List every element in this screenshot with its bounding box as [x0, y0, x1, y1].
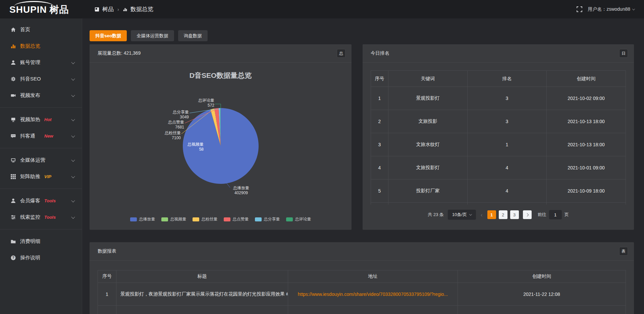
legend-label: 总播放量: [139, 216, 155, 222]
ranking-table: 序号关键词排名创建时间 1景观投影灯32021-10-02 09:002文旅投影…: [371, 70, 626, 205]
bar-chart-icon: [10, 43, 16, 49]
sidebar-item-4[interactable]: 视频发布: [0, 87, 82, 104]
tab-2[interactable]: 询盘数据: [178, 30, 208, 41]
legend-item-4[interactable]: 总分享量: [255, 216, 280, 222]
sidebar-item-6[interactable]: 抖客通New: [0, 128, 82, 144]
chevron-down-icon: [71, 215, 75, 218]
sidebar-item-label: 线索监控: [20, 214, 40, 220]
legend-item-0[interactable]: 总播放量: [130, 216, 155, 222]
chevron-down-icon: [71, 198, 75, 202]
legend-item-5[interactable]: 总评论量: [286, 216, 311, 222]
legend-swatch: [161, 217, 168, 221]
report-link[interactable]: https://www.iesdouyin.com/share/video/70…: [298, 292, 448, 297]
report-table-body: 1景观投影灯，夜游景观投影灯厂家展示展示落花灯在花园里的灯光投影应用效果 #ht…: [98, 283, 626, 314]
ranking-col-header: 序号: [371, 71, 388, 87]
ranking-cell: 4: [371, 156, 388, 179]
ranking-cell: 文旅水纹灯: [388, 133, 468, 156]
ranking-cell: 3: [468, 110, 547, 133]
sidebar-item-10[interactable]: 线索监控Tools: [0, 209, 82, 225]
grid-icon: [10, 174, 16, 180]
report-col-header: 标题: [116, 270, 288, 283]
legend-swatch: [286, 217, 293, 221]
pie-label-video: 总视频量58: [185, 142, 204, 152]
report-header-row: 序号标题地址创建时间: [98, 270, 626, 283]
sidebar-menu: 首页数据总览账号管理抖音SEO视频发布视频加热Hot抖客通New全媒体运营矩阵助…: [0, 21, 82, 266]
breadcrumb: 树品 › 数据总览: [95, 0, 153, 18]
page-buttons: 123: [487, 210, 519, 219]
report-corner-badge[interactable]: 表: [619, 247, 628, 256]
sidebar-item-label: 抖音SEO: [20, 76, 41, 82]
impressions-corner-badge[interactable]: 总: [337, 49, 345, 58]
sidebar-divider: [0, 107, 82, 108]
sidebar-item-label: 抖客通: [20, 133, 35, 139]
fullscreen-icon[interactable]: [577, 6, 582, 12]
sidebar-item-badge: VIP: [44, 174, 51, 179]
sidebar-item-11[interactable]: 消费明细: [0, 233, 82, 250]
tab-1[interactable]: 全媒体运营数据: [131, 30, 174, 41]
sidebar-item-2[interactable]: 账号管理: [0, 54, 82, 71]
sidebar-item-8[interactable]: 矩阵助推VIP: [0, 168, 82, 185]
impressions-title: 展现量总数: 421,369: [98, 50, 141, 56]
sidebar-item-9[interactable]: 会员爆客Tools: [0, 193, 82, 209]
page-size-select[interactable]: 10条/页: [448, 210, 476, 220]
chevron-right-icon: [526, 213, 529, 216]
sidebar-item-label: 全媒体运营: [20, 157, 45, 163]
report-url-cell: https://www.iesdouyin.com/share/video/70…: [288, 283, 458, 306]
breadcrumb-item-home[interactable]: 树品: [102, 5, 114, 13]
topbar: SHUPIN树品 树品 › 数据总览 用户名：zswodun88: [0, 0, 644, 18]
logo[interactable]: SHUPIN树品: [9, 3, 69, 16]
impressions-panel: 展现量总数: 421,369 总 D音SEO数据量总览 总播放量402909 总…: [90, 44, 352, 230]
ranking-corner-badge[interactable]: 日: [619, 49, 628, 58]
page-button-2[interactable]: 2: [499, 210, 507, 219]
legend-item-1[interactable]: 总视频量: [161, 216, 186, 222]
page-button-1[interactable]: 1: [487, 210, 496, 219]
sidebar-item-1[interactable]: 数据总览: [0, 38, 82, 54]
sidebar-item-label: 矩阵助推: [20, 173, 40, 180]
legend-item-2[interactable]: 总粉丝量: [193, 216, 218, 222]
sidebar-item-label: 操作说明: [20, 255, 40, 261]
legend-swatch: [130, 217, 137, 221]
ranking-cell: 2021-10-09 18:00: [547, 179, 626, 203]
pie-svg: [90, 63, 352, 229]
ranking-row: 2文旅投影32021-10-13 18:00: [371, 110, 626, 133]
heat-screen-icon: [10, 117, 16, 123]
ranking-cell: 投影灯厂家: [388, 179, 468, 203]
user-icon: [10, 60, 16, 66]
pie-label-comment: 总评论量572: [196, 98, 214, 108]
report-index-cell: 1: [98, 283, 116, 306]
sidebar-item-3[interactable]: 抖音SEO: [0, 71, 82, 87]
report-row: 1景观投影灯，夜游景观投影灯厂家展示展示落花灯在花园里的灯光投影应用效果 #ht…: [98, 283, 626, 306]
ranking-row: 1景观投影灯32021-10-02 09:00: [371, 87, 626, 110]
app-window-icon: [95, 7, 99, 12]
sidebar-item-7[interactable]: 全媒体运营: [0, 152, 82, 168]
next-page-button[interactable]: [523, 210, 532, 219]
report-table: 序号标题地址创建时间 1景观投影灯，夜游景观投影灯厂家展示展示落花灯在花园里的灯…: [98, 270, 626, 314]
sidebar-item-5[interactable]: 视频加热Hot: [0, 111, 82, 128]
sidebar-item-label: 会员爆客: [20, 198, 40, 204]
goto-page-input[interactable]: [549, 210, 562, 219]
pagination: 共 23 条 10条/页 ‹ 123 前往 页: [371, 210, 626, 220]
legend-label: 总点赞量: [233, 216, 249, 222]
report-time-cell: 2021-11-22 12:08: [458, 283, 626, 306]
chevron-down-icon: [632, 7, 635, 10]
sidebar-item-0[interactable]: 首页: [0, 21, 82, 38]
ranking-col-header: 创建时间: [547, 71, 626, 87]
tab-0[interactable]: 抖音seo数据: [90, 30, 127, 41]
legend-label: 总视频量: [170, 216, 186, 222]
prev-page-button[interactable]: ‹: [480, 212, 483, 218]
page-button-3[interactable]: 3: [510, 210, 519, 219]
breadcrumb-separator: ›: [117, 6, 119, 12]
report-title-cell: 景观投影灯，夜游景观投影灯厂家展示展示落花灯在花园里的灯光投影应用效果 #: [116, 283, 288, 306]
legend-item-3[interactable]: 总点赞量: [224, 216, 249, 222]
sidebar-item-label: 视频加热: [20, 116, 40, 123]
pie-label-play: 总播放量402909: [230, 186, 252, 196]
legend-swatch: [193, 217, 199, 221]
report-col-header: 创建时间: [458, 270, 626, 283]
ranking-cell: 文旅投影: [388, 110, 468, 133]
user-menu[interactable]: 用户名：zswodun88: [588, 6, 635, 12]
bar-chart-icon: [123, 7, 127, 12]
report-col-header: 地址: [288, 270, 458, 283]
ranking-cell: 1: [468, 133, 547, 156]
report-row-partial: [98, 306, 626, 314]
sidebar-item-12[interactable]: ?操作说明: [0, 250, 82, 266]
